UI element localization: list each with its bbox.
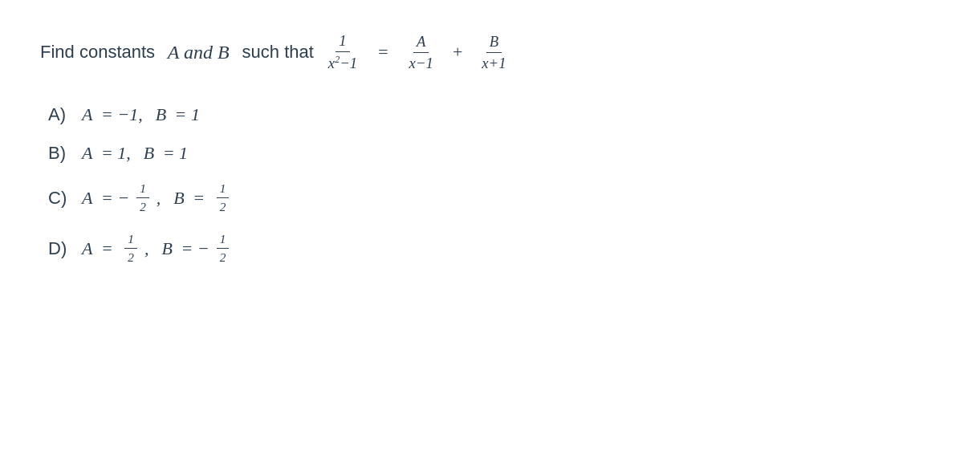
- answer-d-expr: A = 1 2 , B = − 1 2: [82, 232, 232, 265]
- plus-sign: +: [453, 42, 462, 63]
- answer-a-label: A): [48, 104, 72, 125]
- answer-d-frac2-den: 2: [217, 249, 230, 265]
- answer-d-frac1-den: 2: [124, 249, 137, 265]
- answer-c-expr: A = − 1 2 , B = 1 2: [82, 181, 232, 214]
- term1-denominator: x−1: [406, 53, 437, 72]
- answer-c-frac2-num: 1: [217, 181, 230, 198]
- answer-d-frac2: 1 2: [217, 232, 230, 265]
- lhs-numerator: 1: [335, 32, 349, 52]
- lhs-fraction: 1 x2−1: [325, 32, 360, 72]
- term2-denominator: x+1: [478, 53, 509, 72]
- answer-b-expr: A = 1, B = 1: [82, 143, 188, 164]
- term1-numerator: A: [413, 33, 429, 53]
- answer-d-frac2-num: 1: [217, 232, 230, 249]
- term2-numerator: B: [486, 33, 502, 53]
- answers-container: A) A = −1, B = 1 B) A = 1, B = 1 C) A = …: [48, 104, 940, 265]
- answer-c-row: C) A = − 1 2 , B = 1 2: [48, 181, 940, 214]
- variables-text: A and B: [163, 42, 234, 63]
- question-row: Find constants A and B such that 1 x2−1 …: [40, 32, 940, 72]
- answer-c-frac2: 1 2: [217, 181, 230, 214]
- answer-d-row: D) A = 1 2 , B = − 1 2: [48, 232, 940, 265]
- answer-d-frac1-num: 1: [124, 232, 137, 249]
- lhs-denominator: x2−1: [325, 52, 360, 72]
- answer-c-frac1-den: 2: [136, 198, 149, 214]
- answer-a-row: A) A = −1, B = 1: [48, 104, 940, 125]
- answer-d-frac1: 1 2: [124, 232, 137, 265]
- answer-a-expr: A = −1, B = 1: [82, 104, 200, 125]
- equals-sign: =: [378, 42, 388, 63]
- answer-c-frac2-den: 2: [217, 198, 230, 214]
- answer-c-label: C): [48, 188, 72, 209]
- answer-c-frac1: 1 2: [136, 181, 149, 214]
- answer-b-label: B): [48, 143, 72, 164]
- term2-fraction: B x+1: [478, 33, 509, 72]
- answer-c-frac1-num: 1: [136, 181, 149, 198]
- answer-d-label: D): [48, 238, 72, 259]
- term1-fraction: A x−1: [406, 33, 437, 72]
- answer-b-row: B) A = 1, B = 1: [48, 143, 940, 164]
- such-that-text: such that: [242, 42, 314, 63]
- find-constants-text: Find constants: [40, 42, 155, 63]
